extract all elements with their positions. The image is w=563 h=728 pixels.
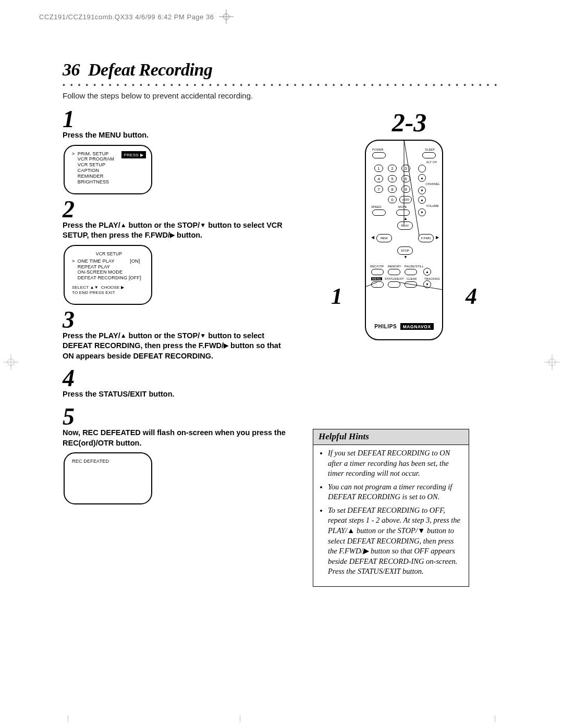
step-4-text: Press the STATUS/EXIT button.: [63, 389, 292, 400]
hint-item: If you set DEFEAT RECORDING to ON after …: [328, 448, 463, 479]
callout-left: 1: [331, 283, 342, 310]
page-title: 36 Defeat Recording: [63, 60, 500, 80]
up-triangle-icon: ▲: [120, 221, 127, 229]
page-number: 36: [63, 60, 80, 79]
divider-dots: • • • • • • • • • • • • • • • • • • • • …: [63, 81, 500, 88]
down-triangle-icon: ▼: [200, 221, 206, 229]
svg-line-1: [399, 282, 442, 292]
down-triangle-icon: ▼: [200, 331, 206, 340]
step-1-number: 1: [63, 107, 292, 131]
registration-mark-icon: [219, 9, 234, 24]
title-text: Defeat Recording: [88, 60, 212, 79]
hint-item: You can not program a timer recording if…: [328, 482, 463, 502]
page-content: 36 Defeat Recording • • • • • • • • • • …: [63, 60, 500, 587]
crop-tick: [240, 715, 240, 722]
menu-line: > ONE TIME PLAY [ON]: [72, 258, 146, 264]
intro-text: Follow the steps below to prevent accide…: [63, 91, 500, 100]
step-3-text: Press the PLAY/▲ button or the STOP/▼ bu…: [63, 331, 292, 362]
menu-line: CAPTION: [72, 168, 146, 174]
press-indicator: PRESS ▶: [121, 151, 146, 159]
step-5-number: 5: [63, 405, 292, 429]
menu-line: BRIGHTNESS: [72, 179, 146, 185]
t: button or the STOP/: [127, 221, 200, 229]
onscreen-menu-prim-setup: PRESS ▶ > PRIM. SETUP VCR PROGRAM VCR SE…: [64, 145, 152, 194]
step-1-text: Press the MENU button.: [63, 130, 292, 141]
callout-right: 4: [466, 283, 477, 310]
step-2-number: 2: [63, 198, 292, 221]
menu-footer: SELECT ▲▼ CHOOSE ▶: [72, 285, 146, 290]
svg-line-0: [366, 282, 377, 292]
menu-line: DEFEAT RECORDING [OFF]: [72, 275, 146, 281]
menu-line: ON-SCREEN MODE: [72, 269, 146, 275]
helpful-hints-title: Helpful Hints: [313, 429, 469, 445]
hint-item: To set DEFEAT RECORDING to OFF, repeat s…: [328, 505, 463, 577]
menu-line: REPEAT PLAY: [72, 264, 146, 270]
crop-tick: [495, 715, 495, 722]
step-3-number: 3: [63, 308, 292, 332]
prepress-slug: CCZ191/CCZ191comb.QX33 4/6/99 6:42 PM Pa…: [39, 9, 234, 24]
menu-line: VCR SETUP: [72, 162, 146, 168]
step-2-text: Press the PLAY/▲ button or the STOP/▼ bu…: [63, 220, 292, 241]
slug-text: CCZ191/CCZ191comb.QX33 4/6/99 6:42 PM Pa…: [39, 13, 214, 21]
steps-column: 1 Press the MENU button. PRESS ▶ > PRIM.…: [63, 107, 292, 504]
onscreen-rec-defeated: REC DEFEATED: [64, 452, 152, 504]
t: Press the PLAY/: [63, 221, 120, 229]
crop-tick: [68, 715, 68, 722]
menu-footer: TO END PRESS EXIT: [72, 290, 146, 295]
helpful-hints-box: Helpful Hints If you set DEFEAT RECORDIN…: [313, 429, 469, 587]
remote-diagram: 1 4 POWER SLEEP ALT CH 1 2 3: [347, 140, 461, 340]
helpful-hints-body: If you set DEFEAT RECORDING to ON after …: [313, 445, 469, 586]
t: button or the STOP/: [127, 331, 200, 340]
callout-top: 2-3: [318, 107, 500, 138]
right-triangle-icon: ▶: [224, 341, 228, 350]
right-triangle-icon: ▶: [170, 231, 175, 239]
registration-mark-icon: [3, 354, 19, 370]
tv-title: VCR SETUP: [72, 251, 146, 256]
step-5-text: Now, REC DEFEATED will flash on-screen w…: [63, 428, 292, 448]
tv-text: REC DEFEATED: [72, 459, 146, 464]
menu-line: REMINDER: [72, 174, 146, 179]
svg-line-3: [404, 141, 419, 236]
remote-column: 2-3 1 4 POWER SLEEP ALT CH 1 2 3: [308, 107, 500, 587]
t: Press the PLAY/: [63, 331, 120, 340]
remote-body: POWER SLEEP ALT CH 1 2 3 4 5 6 ▲: [365, 140, 443, 340]
registration-mark-icon: [544, 354, 560, 370]
onscreen-menu-vcr-setup: VCR SETUP > ONE TIME PLAY [ON] REPEAT PL…: [64, 245, 152, 305]
manual-page: CCZ191/CCZ191comb.QX33 4/6/99 6:42 PM Pa…: [0, 0, 563, 728]
t: button.: [175, 231, 202, 239]
up-triangle-icon: ▲: [120, 331, 127, 340]
step-4-number: 4: [63, 366, 292, 390]
